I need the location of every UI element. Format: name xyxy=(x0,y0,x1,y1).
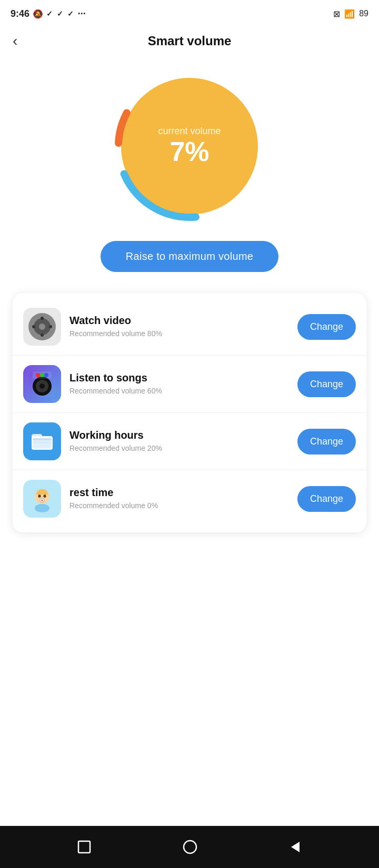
page-title: Smart volume xyxy=(148,34,232,48)
svg-rect-40 xyxy=(78,841,90,853)
working-hours-rec: Recommended volume 20% xyxy=(69,443,291,453)
nav-back-button[interactable] xyxy=(288,840,303,854)
svg-point-11 xyxy=(33,317,37,321)
wifi-icon: 📶 xyxy=(344,9,355,19)
header: ‹ Smart volume xyxy=(0,25,379,57)
svg-point-41 xyxy=(184,841,196,853)
svg-point-14 xyxy=(33,332,37,336)
svg-rect-32 xyxy=(33,441,52,443)
nav-square-button[interactable] xyxy=(76,839,92,855)
svg-point-25 xyxy=(40,373,44,377)
status-left: 9:46 🔕 ✓ ✓ ✓ ··· xyxy=(11,8,86,19)
svg-point-13 xyxy=(47,317,52,321)
check-icons: ✓ ✓ ✓ xyxy=(46,9,75,18)
rest-time-name: rest time xyxy=(69,487,291,499)
watch-video-change-button[interactable]: Change xyxy=(297,314,356,340)
rest-time-info: rest time Recommended volume 0% xyxy=(69,487,291,510)
gauge-section: current volume 7% Raise to maximum volum… xyxy=(0,57,379,277)
watch-video-name: Watch video xyxy=(69,315,291,327)
vibrate-icon: 🔕 xyxy=(33,9,43,19)
rest-time-icon xyxy=(23,480,61,518)
gauge-container: current volume 7% xyxy=(111,67,268,225)
gauge-label: current volume xyxy=(158,126,221,137)
scenario-row: Watch video Recommended volume 80% Chang… xyxy=(13,298,366,356)
rest-time-change-button[interactable]: Change xyxy=(297,486,356,512)
svg-point-24 xyxy=(36,373,40,377)
gauge-value: 7% xyxy=(158,137,221,167)
svg-point-16 xyxy=(41,334,44,337)
svg-point-15 xyxy=(41,317,44,320)
raise-to-max-button[interactable]: Raise to maximum volume xyxy=(101,241,279,272)
svg-point-6 xyxy=(39,324,45,330)
svg-point-26 xyxy=(44,373,48,377)
working-hours-info: Working hours Recommended volume 20% xyxy=(69,429,291,453)
svg-marker-42 xyxy=(291,842,300,852)
back-button[interactable]: ‹ xyxy=(13,33,17,49)
watch-video-rec: Recommended volume 80% xyxy=(69,329,291,338)
listen-songs-info: Listen to songs Recommended volume 60% xyxy=(69,372,291,396)
scenario-row: Working hours Recommended volume 20% Cha… xyxy=(13,413,366,470)
time: 9:46 xyxy=(11,8,29,19)
svg-point-18 xyxy=(49,325,52,328)
status-bar: 9:46 🔕 ✓ ✓ ✓ ··· ⊠ 📶 89 xyxy=(0,0,379,25)
listen-songs-change-button[interactable]: Change xyxy=(297,371,356,397)
watch-video-info: Watch video Recommended volume 80% xyxy=(69,315,291,338)
listen-songs-rec: Recommended volume 60% xyxy=(69,386,291,396)
watch-video-icon xyxy=(23,308,61,346)
svg-point-38 xyxy=(41,499,43,501)
working-hours-icon xyxy=(23,422,61,460)
working-hours-change-button[interactable]: Change xyxy=(297,429,356,455)
nav-bar xyxy=(0,826,379,868)
svg-point-17 xyxy=(32,325,35,328)
scenario-row: Listen to songs Recommended volume 60% C… xyxy=(13,356,366,413)
more-icon: ··· xyxy=(78,8,86,19)
listen-songs-name: Listen to songs xyxy=(69,372,291,384)
rest-time-rec: Recommended volume 0% xyxy=(69,501,291,510)
sim-icon: ⊠ xyxy=(333,9,340,19)
battery-label: 89 xyxy=(359,9,368,18)
svg-point-12 xyxy=(47,332,52,336)
scenario-row: rest time Recommended volume 0% Change xyxy=(13,470,366,527)
scenarios-card: Watch video Recommended volume 80% Chang… xyxy=(13,293,366,532)
working-hours-name: Working hours xyxy=(69,429,291,441)
svg-rect-31 xyxy=(33,438,52,440)
gauge-inner: current volume 7% xyxy=(158,126,221,167)
svg-rect-29 xyxy=(32,434,42,438)
listen-songs-icon xyxy=(23,365,61,403)
svg-point-39 xyxy=(35,504,49,512)
svg-point-22 xyxy=(39,383,45,389)
nav-circle-button[interactable] xyxy=(182,839,198,855)
status-right: ⊠ 📶 89 xyxy=(333,9,368,19)
